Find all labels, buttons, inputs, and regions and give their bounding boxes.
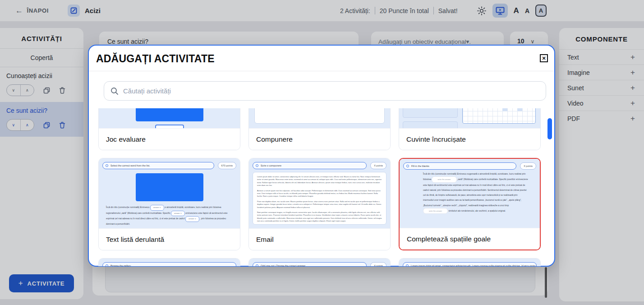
- bullet-icon: [406, 165, 409, 167]
- activity-cards-viewport: Joc evaluare Lorem ipsum dolor sit amet,…: [98, 108, 541, 266]
- clue-item: [403, 108, 458, 118]
- search-icon: [110, 87, 119, 95]
- bullet-icon: [256, 164, 258, 167]
- prompt-text: Select the correct word from the list.: [110, 164, 150, 167]
- clue-item: [403, 121, 458, 128]
- prompt-text: Odd one out: Choose the correct answer: [261, 264, 305, 266]
- close-icon[interactable]: ✕: [540, 54, 548, 62]
- preview-button: [155, 125, 184, 128]
- crossword-highlight-col: [502, 108, 507, 111]
- answer-blank-pill: write the answer: [423, 208, 448, 214]
- prompt-text: Browse the gallery: [110, 264, 131, 266]
- divider: [89, 71, 554, 71]
- text-segment: „sară” (Moldova) care conferă muzicalita…: [423, 178, 528, 206]
- preview-paragraph: Aenean a rutrum quam non leo vulputate, …: [257, 189, 382, 198]
- prompt-pill: Lorem ipsum dolor sit amet, consectetur …: [403, 262, 537, 266]
- crossword-clues-list: [403, 108, 458, 128]
- activity-card-joc-evaluare[interactable]: Joc evaluare: [98, 108, 240, 150]
- prompt-pill: Select the correct word from the list.: [102, 162, 214, 169]
- activity-card-text-lista-derulanta[interactable]: Select the correct word from the list. 6…: [98, 158, 240, 250]
- prompt-pill: Scrie o compunere: [253, 162, 367, 169]
- search-input[interactable]: [123, 87, 539, 95]
- card-preview: Fill-in the blanks X points Încă din tit…: [400, 159, 540, 228]
- preview-text-box: Lorem ipsum dolor sit amet, consectetur …: [254, 108, 385, 124]
- card-label: Compunere: [249, 128, 390, 150]
- card-preview: ≡ + −: [399, 108, 540, 128]
- bullet-icon: [256, 264, 258, 266]
- preview-text: Încă din titlu (construcție nominală) Em…: [102, 205, 236, 226]
- preview-text-box: Lorem ipsum dolor sit amet, consectetur …: [253, 172, 386, 225]
- card-preview: [99, 108, 240, 128]
- add-activity-modal: ADĂUGAȚI ACTIVITATE ✕ Joc evaluare Lorem: [88, 45, 555, 267]
- activity-card-completeaza-spatiile-goale[interactable]: Fill-in the blanks X points Încă din tit…: [399, 158, 541, 250]
- card-preview: Lorem ipsum dolor sit amet, consectetur …: [249, 108, 390, 128]
- bullet-icon: [106, 164, 108, 167]
- text-segment: simboluri ale românismului, ale vechimii…: [448, 210, 506, 212]
- crossword-highlight-col: [517, 108, 522, 111]
- crossword-grid: ≡ + −: [462, 108, 536, 124]
- card-label: Completează spațiile goale: [400, 228, 540, 250]
- preview-paragraph: Nam porttitor consequat magna, eu fringi…: [257, 211, 382, 223]
- activity-card-cuvinte-incrucisate[interactable]: ≡ + − Cuvinte încrucișate: [399, 108, 541, 150]
- card-label: Cuvinte încrucișate: [399, 128, 540, 150]
- activity-card-lorem[interactable]: Lorem ipsum dolor sit amet, consectetur …: [399, 258, 541, 266]
- points-badge: X points: [520, 162, 536, 170]
- card-label: Email: [249, 228, 390, 250]
- card-preview: Lorem ipsum dolor sit amet, consectetur …: [399, 259, 540, 266]
- points-badge: X points: [370, 262, 386, 266]
- prompt-text: Scrie o compunere: [261, 164, 281, 167]
- points-badge: 670 points: [218, 162, 236, 169]
- card-preview: Odd one out: Choose the correct answer X…: [249, 259, 390, 266]
- card-label: Joc evaluare: [99, 128, 240, 150]
- prompt-text: Lorem ipsum dolor sit amet, consectetur …: [411, 264, 537, 266]
- preview-paragraph: Lorem ipsum dolor sit amet, consectetur …: [257, 176, 382, 187]
- dropdown-pill: answer ∨: [171, 211, 185, 217]
- points-badge: X points: [370, 162, 386, 169]
- preview-image-block: [136, 108, 203, 121]
- modal-scrollbar[interactable]: [547, 118, 552, 139]
- dropdown-pill: answer ∨: [150, 205, 164, 211]
- preview-paragraph: Proin non dapibus diam, nec iaculis sem.…: [257, 200, 382, 209]
- dropdown-pill: answer ∨: [185, 216, 199, 222]
- prompt-pill: Browse the gallery: [102, 262, 236, 266]
- card-preview: Select the correct word from the list. 6…: [99, 158, 240, 228]
- modal-title: ADĂUGAȚI ACTIVITATE: [96, 53, 215, 65]
- bullet-icon: [106, 264, 108, 266]
- answer-blank-pill: write the answer: [432, 176, 456, 182]
- bullet-icon: [406, 264, 409, 266]
- activity-card-email[interactable]: Scrie o compunere X points Lorem ipsum d…: [248, 158, 391, 250]
- card-label: Text listă derulantă: [99, 228, 240, 250]
- prompt-pill: Odd one out: Choose the correct answer: [253, 262, 367, 266]
- activity-search[interactable]: [104, 81, 546, 101]
- card-preview: Scrie o compunere X points Lorem ipsum d…: [249, 158, 390, 228]
- activity-card-compunere[interactable]: Lorem ipsum dolor sit amet, consectetur …: [248, 108, 391, 150]
- prompt-text: Fill-in the blanks: [411, 165, 429, 167]
- prompt-pill: Fill-in the blanks: [403, 162, 516, 170]
- preview-text: Încă din titlu (construcție nominală) Em…: [403, 170, 536, 214]
- activity-card-browse-gallery[interactable]: Browse the gallery: [98, 258, 240, 266]
- card-preview: Browse the gallery: [99, 259, 240, 266]
- activity-card-odd-one-out[interactable]: Odd one out: Choose the correct answer X…: [248, 258, 391, 266]
- preview-image-block: [136, 173, 203, 201]
- text-segment: Încă din titlu (construcție nominală) Em…: [106, 206, 150, 208]
